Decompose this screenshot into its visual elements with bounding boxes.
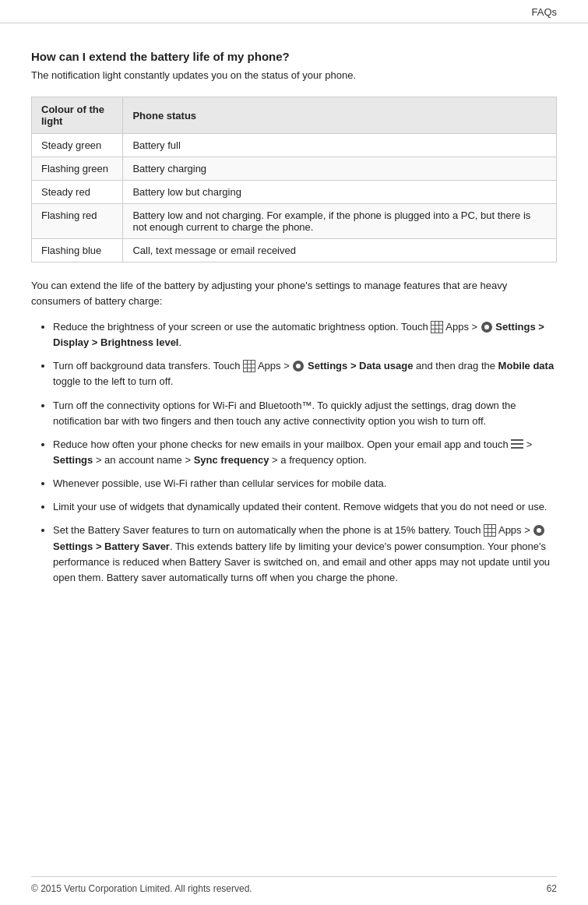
svg-rect-5	[490, 326, 492, 328]
table-cell-light: Flashing green	[32, 157, 123, 181]
footer-page-number: 62	[547, 883, 557, 894]
bullet-list: Reduce the brightness of your screen or …	[31, 319, 557, 586]
svg-rect-15	[538, 533, 540, 536]
table-row: Steady redBattery low but charging	[32, 181, 557, 204]
list-item: Set the Battery Saver features to turn o…	[53, 523, 557, 586]
hamburger-icon	[511, 439, 523, 449]
list-item: Reduce how often your phone checks for n…	[53, 437, 557, 468]
svg-rect-10	[293, 365, 295, 367]
header-bar: FAQs	[0, 0, 588, 23]
svg-rect-2	[486, 322, 488, 324]
settings-icon	[533, 524, 545, 536]
table-cell-light: Steady red	[32, 181, 123, 204]
list-item: Reduce the brightness of your screen or …	[53, 319, 557, 350]
body-text: You can extend the life of the battery b…	[31, 278, 557, 308]
col-status-header: Phone status	[123, 97, 557, 134]
svg-rect-14	[538, 525, 540, 527]
list-item: Turn off background data transfers. Touc…	[53, 358, 557, 389]
table-row: Flashing greenBattery charging	[32, 157, 557, 181]
footer: © 2015 Vertu Corporation Limited. All ri…	[31, 876, 557, 894]
footer-copyright: © 2015 Vertu Corporation Limited. All ri…	[31, 883, 252, 894]
apps-icon	[431, 321, 443, 333]
gear-icon	[292, 360, 305, 372]
table-row: Flashing blueCall, text message or email…	[32, 239, 557, 262]
settings-icon	[292, 360, 305, 372]
bold-text: Settings > Display > Brightness level	[53, 321, 544, 348]
svg-rect-17	[542, 530, 544, 531]
table-header-row: Colour of the light Phone status	[32, 97, 557, 134]
apps-icon	[484, 524, 496, 537]
svg-rect-9	[298, 369, 299, 372]
table-cell-status: Battery low but charging	[123, 181, 557, 204]
svg-rect-11	[301, 365, 304, 367]
gear-icon	[533, 524, 545, 537]
bold-text: Settings > Battery Saver	[53, 541, 170, 552]
intro-text: The notification light constantly update…	[31, 69, 557, 81]
table-row: Steady greenBattery full	[32, 134, 557, 157]
apps-icon	[243, 360, 255, 372]
svg-point-13	[537, 528, 541, 533]
table-cell-status: Battery low and not charging. For exampl…	[123, 204, 557, 239]
table-row: Flashing redBattery low and not charging…	[32, 204, 557, 239]
svg-point-1	[484, 325, 489, 329]
table-cell-light: Flashing red	[32, 204, 123, 239]
settings-icon	[481, 321, 493, 333]
bold-text: Settings > Data usage	[305, 360, 413, 372]
list-item: Whenever possible, use Wi-Fi rather than…	[53, 476, 557, 491]
table-body: Steady greenBattery fullFlashing greenBa…	[32, 134, 557, 262]
bold-text: Mobile data	[498, 360, 555, 372]
table-cell-light: Steady green	[32, 134, 123, 157]
page-container: How can I extend the battery life of my …	[0, 39, 588, 628]
table-cell-status: Battery full	[123, 134, 557, 157]
table-cell-status: Battery charging	[123, 157, 557, 181]
svg-rect-4	[481, 326, 484, 328]
bold-text: Sync frequency	[194, 454, 269, 466]
table-cell-light: Flashing blue	[32, 239, 123, 262]
list-item: Limit your use of widgets that dynamical…	[53, 499, 557, 515]
svg-rect-8	[298, 361, 299, 363]
battery-table: Colour of the light Phone status Steady …	[31, 97, 557, 262]
section-heading: How can I extend the battery life of my …	[31, 50, 557, 63]
bold-text: Settings	[53, 454, 93, 466]
table-cell-status: Call, text message or email received	[123, 239, 557, 262]
svg-point-7	[296, 364, 301, 368]
svg-rect-16	[533, 530, 536, 531]
col-light-header: Colour of the light	[32, 97, 123, 134]
gear-icon	[481, 321, 493, 333]
page-title: FAQs	[531, 6, 557, 18]
list-item: Turn off the connectivity options for Wi…	[53, 398, 557, 429]
svg-rect-3	[486, 330, 488, 333]
